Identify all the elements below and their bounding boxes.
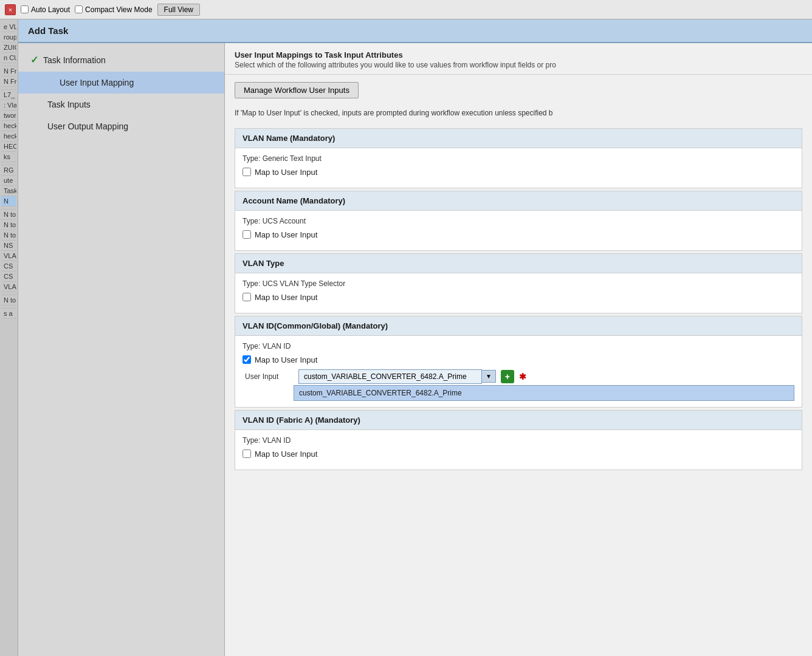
map-to-user-input-checkbox-account-name[interactable] — [243, 230, 251, 239]
compact-view-label: Compact View Mode — [85, 5, 153, 14]
map-checkbox-row-account-name: Map to User Input — [243, 230, 794, 239]
attr-header-vlan-id-common: VLAN ID(Common/Global) (Mandatory) — [235, 316, 802, 336]
sidebar-list-item: CS — [1, 272, 16, 282]
attr-type-vlan-id-fabric-a: Type: VLAN ID — [243, 436, 794, 445]
dropdown-item[interactable]: custom_VARIABLE_CONVERTER_6482.A_Prime — [294, 386, 794, 400]
map-checkbox-row-vlan-id-fabric-a: Map to User Input — [243, 449, 794, 459]
content-panel: User Input Mappings to Task Input Attrib… — [225, 43, 812, 656]
attr-type-vlan-id-common: Type: VLAN ID — [243, 342, 794, 350]
add-icon-vlan-id-common: + — [501, 370, 514, 383]
content-header: User Input Mappings to Task Input Attrib… — [225, 43, 812, 75]
select-arrow-button-vlan-id-common[interactable]: ▼ — [482, 370, 496, 383]
map-to-user-input-label-vlan-name: Map to User Input — [255, 168, 317, 177]
map-to-user-input-label-account-name: Map to User Input — [255, 230, 317, 239]
attr-header-vlan-name: VLAN Name (Mandatory) — [235, 129, 802, 148]
content-header-subtitle: Select which of the following attributes… — [235, 61, 802, 69]
nav-item-label: Task Information — [43, 55, 106, 65]
sidebar-list-item: N to — [1, 295, 16, 306]
sidebar-list-item: ute — [1, 176, 16, 186]
main-area: e VLroupZUICn CUN FrN FrL7_: Vlatworheck… — [0, 19, 812, 656]
attr-section-vlan-type: VLAN TypeType: UCS VLAN Type SelectorMap… — [235, 253, 802, 313]
sidebar-list-item: heck — [1, 121, 16, 131]
user-input-label-vlan-id-common: User Input — [245, 372, 294, 381]
user-input-select-vlan-id-common[interactable]: custom_VARIABLE_CONVERTER_6482.A_Prime — [298, 369, 482, 384]
sidebar-list-item: N — [1, 196, 16, 207]
dropdown-list-vlan-id-common: custom_VARIABLE_CONVERTER_6482.A_Prime — [294, 385, 794, 401]
close-button[interactable]: × — [5, 4, 16, 15]
sidebar-list-item: N Fr — [1, 66, 16, 77]
attr-type-account-name: Type: UCS Account — [243, 217, 794, 225]
compact-view-checkbox[interactable] — [75, 5, 83, 13]
nav-item-task-information[interactable]: ✓Task Information — [18, 48, 224, 72]
compact-view-checkbox-wrapper: Compact View Mode — [75, 5, 153, 14]
nav-item-label: Task Inputs — [47, 100, 91, 109]
nav-item-label: User Input Mapping — [60, 78, 134, 87]
attr-type-vlan-type: Type: UCS VLAN Type Selector — [243, 279, 794, 288]
attr-body-vlan-name: Type: Generic Text InputMap to User Inpu… — [235, 148, 802, 188]
nav-item-user-input-mapping[interactable]: User Input Mapping — [18, 72, 224, 94]
map-to-user-input-checkbox-vlan-id-common[interactable] — [243, 355, 251, 364]
sidebar-list-item: heck — [1, 131, 16, 142]
sidebar-list-item: roup — [1, 32, 16, 43]
attr-section-vlan-id-fabric-a: VLAN ID (Fabric A) (Mandatory)Type: VLAN… — [235, 410, 802, 470]
sidebar-list-item: N Fr — [1, 77, 16, 87]
attr-body-vlan-type: Type: UCS VLAN Type SelectorMap to User … — [235, 273, 802, 313]
attr-header-account-name: Account Name (Mandatory) — [235, 191, 802, 211]
manage-workflow-button[interactable]: Manage Workflow User Inputs — [235, 82, 359, 98]
dialog-body: ✓Task InformationUser Input MappingTask … — [18, 43, 812, 656]
required-star-vlan-id-common: ✱ — [519, 372, 526, 381]
user-input-row-vlan-id-common: User Inputcustom_VARIABLE_CONVERTER_6482… — [243, 369, 794, 384]
auto-layout-checkbox-wrapper: Auto Layout — [21, 5, 70, 14]
map-to-user-input-label-vlan-id-common: Map to User Input — [255, 355, 317, 364]
sidebar-list-item: N to — [1, 220, 16, 230]
sidebar-list-item: N to — [1, 210, 16, 220]
sidebar-list-item: e VL — [1, 22, 16, 32]
sidebar-list-item: L7_ — [1, 90, 16, 100]
attr-header-vlan-id-fabric-a: VLAN ID (Fabric A) (Mandatory) — [235, 411, 802, 430]
content-body: Manage Workflow User Inputs If 'Map to U… — [225, 75, 812, 656]
sidebar-list-item: ks — [1, 152, 16, 162]
sidebar-list-item: N to — [1, 230, 16, 241]
info-text: If 'Map to User Input' is checked, input… — [235, 108, 802, 118]
user-input-select-wrapper-vlan-id-common: custom_VARIABLE_CONVERTER_6482.A_Prime▼ — [298, 369, 496, 384]
map-to-user-input-label-vlan-type: Map to User Input — [255, 293, 317, 302]
sidebar-list-item: RG — [1, 165, 16, 176]
toolbar: × Auto Layout Compact View Mode Full Vie… — [0, 0, 812, 19]
attr-section-account-name: Account Name (Mandatory)Type: UCS Accoun… — [235, 191, 802, 251]
check-icon: ✓ — [30, 54, 38, 66]
content-header-title: User Input Mappings to Task Input Attrib… — [235, 50, 802, 60]
nav-sidebar: ✓Task InformationUser Input MappingTask … — [18, 43, 225, 656]
sidebar-list-item: CS — [1, 261, 16, 272]
sidebar-list-item: n CU — [1, 53, 16, 63]
sidebar-list-item: VLA — [1, 251, 16, 261]
dropdown-popup-vlan-id-common: custom_VARIABLE_CONVERTER_6482.A_Prime — [243, 385, 794, 401]
sidebar-list-item: HEC — [1, 142, 16, 152]
sidebar-list-item: VLA — [1, 282, 16, 292]
map-checkbox-row-vlan-id-common: Map to User Input — [243, 355, 794, 364]
background-sidebar: e VLroupZUICn CUN FrN FrL7_: Vlatworheck… — [0, 19, 18, 656]
sidebar-list-item: s a — [1, 309, 16, 319]
nav-item-user-output-mapping[interactable]: User Output Mapping — [18, 115, 224, 137]
sidebar-list-item: ZUIC — [1, 43, 16, 53]
map-to-user-input-checkbox-vlan-name[interactable] — [243, 168, 251, 176]
sidebar-list-item: Task — [1, 186, 16, 196]
map-checkbox-row-vlan-name: Map to User Input — [243, 168, 794, 177]
sidebar-list-item: twor — [1, 111, 16, 121]
map-to-user-input-label-vlan-id-fabric-a: Map to User Input — [255, 449, 317, 459]
attr-body-vlan-id-common: Type: VLAN IDMap to User InputUser Input… — [235, 336, 802, 407]
full-view-button[interactable]: Full View — [157, 4, 200, 16]
map-to-user-input-checkbox-vlan-id-fabric-a[interactable] — [243, 449, 251, 458]
attr-body-vlan-id-fabric-a: Type: VLAN IDMap to User Input — [235, 430, 802, 470]
attr-section-vlan-id-common: VLAN ID(Common/Global) (Mandatory)Type: … — [235, 316, 802, 408]
auto-layout-label: Auto Layout — [31, 5, 70, 14]
attr-body-account-name: Type: UCS AccountMap to User Input — [235, 211, 802, 250]
sidebar-list-item: NS — [1, 241, 16, 251]
auto-layout-checkbox[interactable] — [21, 5, 29, 13]
nav-item-task-inputs[interactable]: Task Inputs — [18, 94, 224, 115]
add-user-input-button-vlan-id-common[interactable]: + — [501, 370, 514, 383]
attributes-container: VLAN Name (Mandatory)Type: Generic Text … — [235, 128, 802, 470]
attr-type-vlan-name: Type: Generic Text Input — [243, 154, 794, 163]
attr-section-vlan-name: VLAN Name (Mandatory)Type: Generic Text … — [235, 128, 802, 188]
sidebar-list-item: : Vla — [1, 100, 16, 111]
map-to-user-input-checkbox-vlan-type[interactable] — [243, 293, 251, 301]
